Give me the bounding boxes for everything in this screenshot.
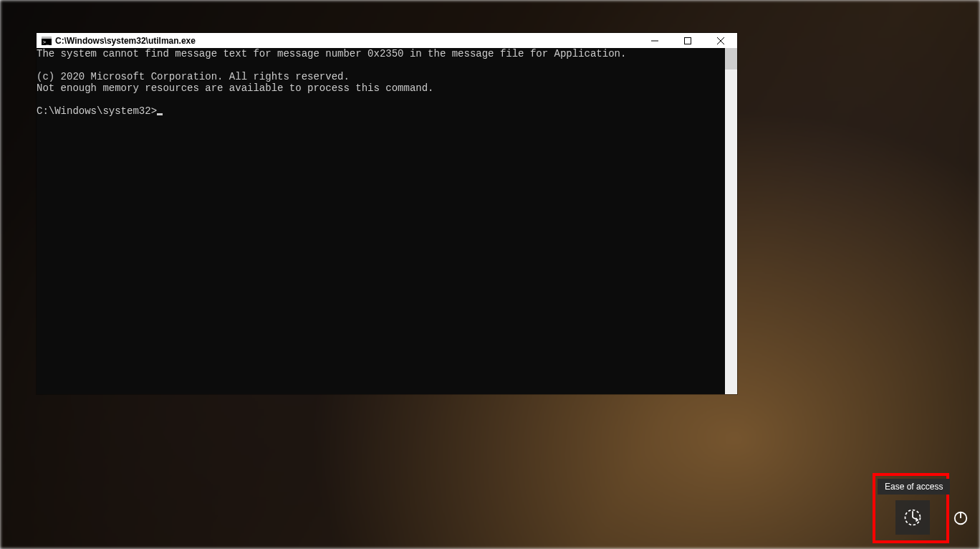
minimize-icon (651, 37, 658, 44)
title-bar[interactable]: >_ C:\Windows\system32\utilman.exe (37, 33, 737, 48)
minimize-button[interactable] (638, 33, 671, 48)
vertical-scrollbar[interactable] (725, 48, 737, 394)
svg-text:>_: >_ (43, 39, 49, 45)
cmd-window: >_ C:\Windows\system32\utilman.exe The s… (37, 33, 737, 394)
scrollbar-thumb[interactable] (725, 48, 737, 70)
cursor (157, 113, 163, 115)
close-icon (717, 37, 724, 44)
ease-of-access-icon (903, 507, 923, 527)
power-icon (953, 510, 969, 526)
svg-rect-4 (685, 37, 691, 44)
ease-of-access-tooltip: Ease of access (878, 479, 950, 495)
terminal-output[interactable]: The system cannot find message text for … (37, 48, 725, 394)
ease-of-access-button[interactable] (895, 500, 930, 535)
window-title: C:\Windows\system32\utilman.exe (55, 36, 196, 46)
terminal-line: (c) 2020 Microsoft Corporation. All righ… (37, 71, 350, 82)
cmd-icon: >_ (41, 35, 52, 47)
svg-rect-1 (42, 37, 52, 39)
maximize-button[interactable] (671, 33, 704, 48)
close-button[interactable] (704, 33, 737, 48)
maximize-icon (684, 37, 691, 44)
window-client-area: The system cannot find message text for … (37, 48, 737, 394)
terminal-line: The system cannot find message text for … (37, 48, 626, 59)
tooltip-text: Ease of access (885, 482, 943, 492)
power-button[interactable] (953, 510, 969, 526)
terminal-prompt: C:\Windows\system32> (37, 105, 157, 117)
terminal-line: Not enough memory resources are availabl… (37, 82, 434, 94)
